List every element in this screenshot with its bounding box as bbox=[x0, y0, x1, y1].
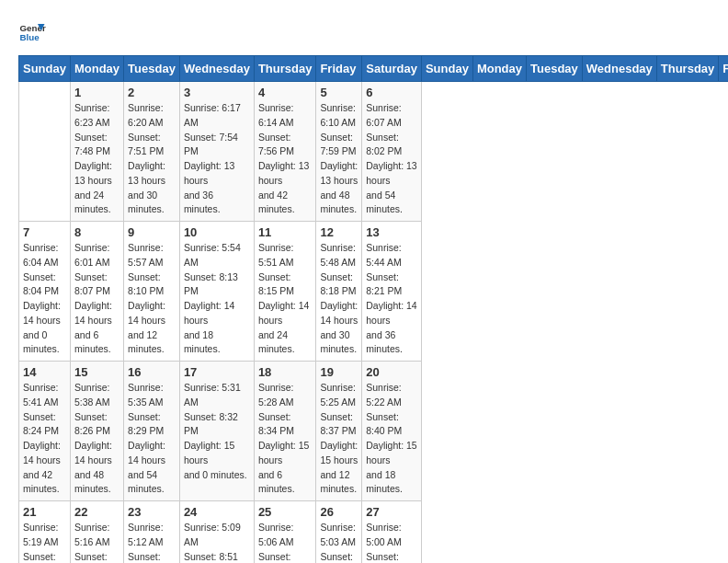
day-number: 18 bbox=[258, 365, 313, 379]
info-line: Sunset: 7:51 PM bbox=[128, 132, 164, 157]
info-line: Sunset: 8:59 PM bbox=[366, 551, 402, 564]
info-line: Sunset: 8:48 PM bbox=[128, 551, 164, 564]
info-line: Sunset: 8:18 PM bbox=[320, 271, 356, 297]
info-line: and 18 minutes. bbox=[366, 469, 403, 495]
svg-text:Blue: Blue bbox=[20, 32, 40, 42]
day-info: Sunrise: 5:06 AMSunset: 8:54 PMDaylight:… bbox=[258, 521, 313, 563]
calendar-cell: 5Sunrise: 6:10 AMSunset: 7:59 PMDaylight… bbox=[316, 82, 362, 222]
info-line: Sunrise: 5:41 AM bbox=[23, 382, 59, 408]
calendar-cell: 7Sunrise: 6:04 AMSunset: 8:04 PMDaylight… bbox=[19, 222, 71, 362]
calendar-cell bbox=[19, 82, 71, 222]
day-number: 16 bbox=[128, 365, 176, 379]
calendar-cell: 25Sunrise: 5:06 AMSunset: 8:54 PMDayligh… bbox=[254, 501, 316, 564]
day-header-saturday: Saturday bbox=[362, 56, 422, 82]
info-line: and 48 minutes. bbox=[320, 190, 357, 215]
info-line: Sunrise: 5:16 AM bbox=[74, 522, 110, 547]
calendar-cell: 11Sunrise: 5:51 AMSunset: 8:15 PMDayligh… bbox=[254, 222, 316, 362]
day-header-thursday: Thursday bbox=[254, 56, 316, 82]
day-number: 9 bbox=[128, 225, 176, 239]
info-line: and 6 minutes. bbox=[74, 329, 111, 355]
day-info: Sunrise: 5:12 AMSunset: 8:48 PMDaylight:… bbox=[128, 521, 176, 563]
info-line: Daylight: 14 hours bbox=[128, 440, 165, 465]
day-info: Sunrise: 5:09 AMSunset: 8:51 PMDaylight:… bbox=[184, 521, 250, 563]
info-line: and 18 minutes. bbox=[184, 329, 221, 355]
day-number: 5 bbox=[320, 86, 358, 99]
day-info: Sunrise: 6:20 AMSunset: 7:51 PMDaylight:… bbox=[128, 101, 176, 217]
info-line: Sunrise: 6:01 AM bbox=[74, 242, 110, 268]
info-line: Sunrise: 5:35 AM bbox=[128, 382, 164, 408]
info-line: Sunrise: 5:03 AM bbox=[320, 522, 356, 547]
info-line: Sunrise: 6:17 AM bbox=[184, 102, 241, 128]
info-line: Sunrise: 6:23 AM bbox=[74, 102, 110, 128]
info-line: and 30 minutes. bbox=[128, 190, 165, 215]
day-info: Sunrise: 5:41 AMSunset: 8:24 PMDaylight:… bbox=[23, 381, 66, 497]
day-info: Sunrise: 6:17 AMSunset: 7:54 PMDaylight:… bbox=[184, 101, 250, 217]
info-line: Sunset: 8:04 PM bbox=[23, 271, 59, 297]
day-info: Sunrise: 5:38 AMSunset: 8:26 PMDaylight:… bbox=[74, 381, 119, 497]
calendar-week-row: 21Sunrise: 5:19 AMSunset: 8:43 PMDayligh… bbox=[19, 501, 729, 564]
day-info: Sunrise: 5:44 AMSunset: 8:21 PMDaylight:… bbox=[366, 241, 417, 357]
info-line: and 42 minutes. bbox=[258, 190, 295, 215]
calendar-cell: 3Sunrise: 6:17 AMSunset: 7:54 PMDaylight… bbox=[179, 82, 254, 222]
day-info: Sunrise: 5:03 AMSunset: 8:57 PMDaylight:… bbox=[320, 521, 358, 563]
info-line: Daylight: 13 hours bbox=[184, 160, 234, 186]
info-line: Daylight: 13 hours bbox=[366, 160, 416, 186]
info-line: and 36 minutes. bbox=[184, 190, 221, 215]
info-line: Daylight: 15 hours bbox=[258, 440, 309, 465]
calendar-header-row: SundayMondayTuesdayWednesdayThursdayFrid… bbox=[19, 56, 729, 82]
info-line: Sunrise: 6:20 AM bbox=[128, 102, 164, 128]
day-header-friday: Friday bbox=[719, 56, 728, 82]
info-line: Sunrise: 5:28 AM bbox=[258, 382, 294, 408]
info-line: Sunrise: 6:07 AM bbox=[366, 102, 402, 128]
day-number: 17 bbox=[184, 365, 250, 379]
day-info: Sunrise: 5:48 AMSunset: 8:18 PMDaylight:… bbox=[320, 241, 358, 357]
info-line: Sunset: 8:54 PM bbox=[258, 551, 294, 564]
calendar-cell: 26Sunrise: 5:03 AMSunset: 8:57 PMDayligh… bbox=[316, 501, 362, 564]
calendar-cell: 2Sunrise: 6:20 AMSunset: 7:51 PMDaylight… bbox=[124, 82, 180, 222]
info-line: Daylight: 13 hours bbox=[74, 160, 112, 186]
info-line: Daylight: 14 hours bbox=[366, 300, 416, 326]
day-info: Sunrise: 6:14 AMSunset: 7:56 PMDaylight:… bbox=[258, 101, 313, 217]
day-info: Sunrise: 5:00 AMSunset: 8:59 PMDaylight:… bbox=[366, 521, 417, 563]
info-line: Sunrise: 6:14 AM bbox=[258, 102, 294, 128]
info-line: Daylight: 14 hours bbox=[23, 300, 61, 326]
info-line: Sunset: 8:57 PM bbox=[320, 551, 356, 564]
calendar-cell: 9Sunrise: 5:57 AMSunset: 8:10 PMDaylight… bbox=[124, 222, 180, 362]
calendar-week-row: 1Sunrise: 6:23 AMSunset: 7:48 PMDaylight… bbox=[19, 82, 729, 222]
calendar-cell: 23Sunrise: 5:12 AMSunset: 8:48 PMDayligh… bbox=[124, 501, 180, 564]
info-line: and 54 minutes. bbox=[128, 469, 165, 495]
logo: General Blue bbox=[18, 18, 46, 46]
info-line: Sunset: 7:56 PM bbox=[258, 132, 294, 157]
info-line: Sunset: 8:26 PM bbox=[74, 411, 110, 437]
day-info: Sunrise: 5:22 AMSunset: 8:40 PMDaylight:… bbox=[366, 381, 417, 497]
day-info: Sunrise: 5:19 AMSunset: 8:43 PMDaylight:… bbox=[23, 521, 66, 563]
day-number: 7 bbox=[23, 225, 66, 239]
info-line: Sunrise: 5:12 AM bbox=[128, 522, 164, 547]
info-line: Sunset: 8:02 PM bbox=[366, 132, 402, 157]
day-info: Sunrise: 5:57 AMSunset: 8:10 PMDaylight:… bbox=[128, 241, 176, 357]
info-line: Sunrise: 5:57 AM bbox=[128, 242, 164, 268]
calendar-cell: 14Sunrise: 5:41 AMSunset: 8:24 PMDayligh… bbox=[19, 362, 71, 501]
info-line: Sunset: 8:40 PM bbox=[366, 411, 402, 437]
info-line: Daylight: 14 hours bbox=[74, 440, 112, 465]
day-header-tuesday: Tuesday bbox=[124, 56, 180, 82]
day-number: 6 bbox=[366, 86, 417, 99]
day-header-wednesday: Wednesday bbox=[582, 56, 656, 82]
info-line: Sunset: 8:07 PM bbox=[74, 271, 110, 297]
info-line: Sunset: 7:59 PM bbox=[320, 132, 356, 157]
info-line: Sunrise: 5:06 AM bbox=[258, 522, 294, 547]
calendar-cell: 24Sunrise: 5:09 AMSunset: 8:51 PMDayligh… bbox=[179, 501, 254, 564]
day-info: Sunrise: 5:51 AMSunset: 8:15 PMDaylight:… bbox=[258, 241, 313, 357]
info-line: Sunrise: 5:09 AM bbox=[184, 522, 241, 547]
calendar-cell: 12Sunrise: 5:48 AMSunset: 8:18 PMDayligh… bbox=[316, 222, 362, 362]
day-number: 21 bbox=[23, 505, 66, 519]
day-info: Sunrise: 5:35 AMSunset: 8:29 PMDaylight:… bbox=[128, 381, 176, 497]
info-line: and 6 minutes. bbox=[258, 469, 295, 495]
info-line: Sunset: 8:10 PM bbox=[128, 271, 164, 297]
info-line: and 42 minutes. bbox=[23, 469, 60, 495]
day-info: Sunrise: 6:10 AMSunset: 7:59 PMDaylight:… bbox=[320, 101, 358, 217]
day-header-tuesday: Tuesday bbox=[527, 56, 583, 82]
info-line: and 24 minutes. bbox=[258, 329, 295, 355]
info-line: Sunset: 8:32 PM bbox=[184, 411, 238, 437]
day-number: 4 bbox=[258, 86, 313, 99]
